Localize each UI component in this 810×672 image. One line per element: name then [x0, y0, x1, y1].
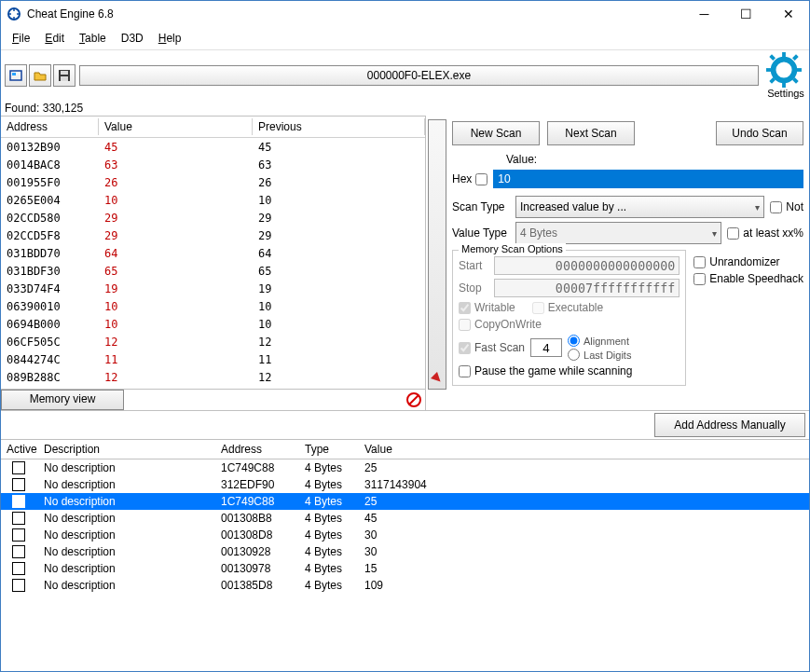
cheat-row[interactable]: No description312EDF904 Bytes3117143904	[1, 476, 809, 493]
menu-file[interactable]: File	[7, 31, 35, 46]
svg-rect-2	[12, 73, 16, 75]
col-previous[interactable]: Previous	[253, 118, 425, 135]
cheat-active-cell[interactable]	[1, 478, 38, 491]
executable-checkbox[interactable]: Executable	[532, 301, 603, 314]
freeze-checkbox[interactable]	[12, 478, 25, 491]
cheat-address: 001385D8	[215, 579, 299, 592]
cheat-row[interactable]: No description001308D84 Bytes30	[1, 527, 809, 543]
cheat-active-cell[interactable]	[1, 579, 38, 592]
result-row[interactable]: 031BDF306565	[1, 262, 425, 280]
col-description[interactable]: Description	[38, 441, 215, 458]
cheat-row[interactable]: No description001309284 Bytes30	[1, 543, 809, 560]
close-button[interactable]: ✕	[767, 1, 809, 27]
result-row[interactable]: 02CCD5F82929	[1, 226, 425, 244]
result-row[interactable]: 0694B0001010	[1, 315, 425, 333]
add-to-addresslist-button[interactable]	[428, 119, 446, 390]
lastdigits-radio[interactable]: Last Digits	[568, 349, 631, 361]
cheat-active-cell[interactable]	[1, 545, 38, 558]
cheat-row[interactable]: No description1C749C884 Bytes25	[1, 493, 809, 510]
col-address2[interactable]: Address	[215, 441, 299, 458]
svg-rect-13	[792, 54, 799, 61]
speedhack-checkbox[interactable]: Enable Speedhack	[693, 272, 803, 285]
new-scan-button[interactable]: New Scan	[452, 121, 540, 145]
open-button[interactable]	[29, 64, 51, 87]
result-row[interactable]: 001955F02626	[1, 173, 425, 191]
fastscan-checkbox[interactable]: Fast Scan	[459, 341, 525, 354]
cheat-row[interactable]: No description1C749C884 Bytes25	[1, 459, 809, 476]
cheat-active-cell[interactable]	[1, 562, 38, 575]
result-row[interactable]: 0014BAC86363	[1, 156, 425, 173]
memory-view-button[interactable]: Memory view	[1, 390, 124, 410]
settings-label: Settings	[766, 88, 805, 99]
cheat-active-cell[interactable]	[1, 495, 38, 508]
undo-scan-button[interactable]: Undo Scan	[716, 121, 803, 145]
copyonwrite-checkbox[interactable]: CopyOnWrite	[459, 318, 542, 331]
pause-game-checkbox[interactable]: Pause the game while scanning	[459, 364, 632, 377]
alignment-radio[interactable]: Alignment	[568, 335, 631, 347]
result-row[interactable]: 063900101010	[1, 297, 425, 315]
freeze-checkbox[interactable]	[12, 512, 25, 525]
result-value: 29	[99, 229, 253, 242]
cheat-row[interactable]: No description001309784 Bytes15	[1, 560, 809, 577]
result-row[interactable]: 02CCD5802929	[1, 209, 425, 226]
not-checkbox[interactable]: Not	[770, 200, 803, 213]
cheat-row[interactable]: No description001385D84 Bytes109	[1, 577, 809, 594]
select-process-button[interactable]	[5, 64, 27, 87]
freeze-checkbox[interactable]	[12, 545, 25, 558]
col-value[interactable]: Value	[99, 118, 253, 135]
atleast-checkbox[interactable]: at least xx%	[727, 226, 803, 240]
settings-block[interactable]: Settings	[766, 52, 805, 99]
cheat-value: 15	[359, 562, 809, 575]
scan-value-input[interactable]	[493, 170, 803, 188]
cheat-table-body[interactable]: No description1C749C884 Bytes25No descri…	[1, 459, 809, 671]
value-type-combo[interactable]: 4 Bytes ▾	[515, 222, 721, 244]
stop-input[interactable]	[494, 279, 680, 297]
next-scan-button[interactable]: Next Scan	[547, 121, 635, 145]
start-input[interactable]	[494, 256, 680, 275]
writable-checkbox[interactable]: Writable	[459, 301, 515, 314]
freeze-checkbox[interactable]	[12, 461, 25, 474]
hex-checkbox[interactable]: Hex	[452, 172, 487, 185]
cheat-row[interactable]: No description001308B84 Bytes45	[1, 510, 809, 527]
cheat-active-cell[interactable]	[1, 528, 38, 542]
clear-list-icon[interactable]	[405, 391, 423, 409]
cheat-description: No description	[38, 512, 215, 525]
menu-help[interactable]: Help	[153, 31, 187, 46]
unrandomizer-checkbox[interactable]: Unrandomizer	[693, 255, 803, 268]
col-active[interactable]: Active	[1, 441, 38, 458]
value-label: Value:	[506, 153, 537, 166]
col-type[interactable]: Type	[299, 441, 359, 458]
stop-label: Stop	[459, 281, 488, 295]
save-button[interactable]	[53, 64, 76, 87]
result-row[interactable]: 031BDD706464	[1, 244, 425, 262]
col-address[interactable]: Address	[1, 118, 99, 135]
menu-table[interactable]: Table	[74, 31, 112, 46]
freeze-checkbox[interactable]	[12, 579, 25, 592]
freeze-checkbox[interactable]	[12, 495, 25, 508]
cheat-active-cell[interactable]	[1, 461, 38, 474]
svg-line-16	[409, 395, 419, 405]
fastscan-value[interactable]	[530, 338, 562, 357]
freeze-checkbox[interactable]	[12, 562, 25, 575]
result-row[interactable]: 06CF505C1212	[1, 333, 425, 350]
result-row[interactable]: 00132B904545	[1, 138, 425, 156]
result-row[interactable]: 0265E0041010	[1, 191, 425, 209]
result-row[interactable]: 0844274C1111	[1, 350, 425, 368]
maximize-button[interactable]: ☐	[725, 1, 767, 27]
add-address-manually-button[interactable]: Add Address Manually	[654, 413, 805, 437]
cheat-address: 001308B8	[215, 512, 299, 525]
col-value2[interactable]: Value	[359, 441, 809, 458]
freeze-checkbox[interactable]	[12, 528, 25, 542]
minimize-button[interactable]: ─	[683, 1, 725, 27]
result-row[interactable]: 033D74F41919	[1, 280, 425, 297]
process-name-box[interactable]: 000000F0-ELEX.exe	[79, 65, 759, 86]
result-value: 45	[99, 141, 253, 154]
scan-type-combo[interactable]: Increased value by ... ▾	[515, 196, 764, 218]
scan-results-body[interactable]: 00132B9045450014BAC86363001955F026260265…	[1, 138, 425, 384]
cheat-type: 4 Bytes	[299, 528, 359, 542]
result-row[interactable]: 089B288C1212	[1, 368, 425, 384]
cheat-table-header: Active Description Address Type Value	[1, 439, 809, 459]
menu-d3d[interactable]: D3D	[116, 31, 149, 46]
cheat-active-cell[interactable]	[1, 512, 38, 525]
menu-edit[interactable]: Edit	[39, 31, 70, 46]
